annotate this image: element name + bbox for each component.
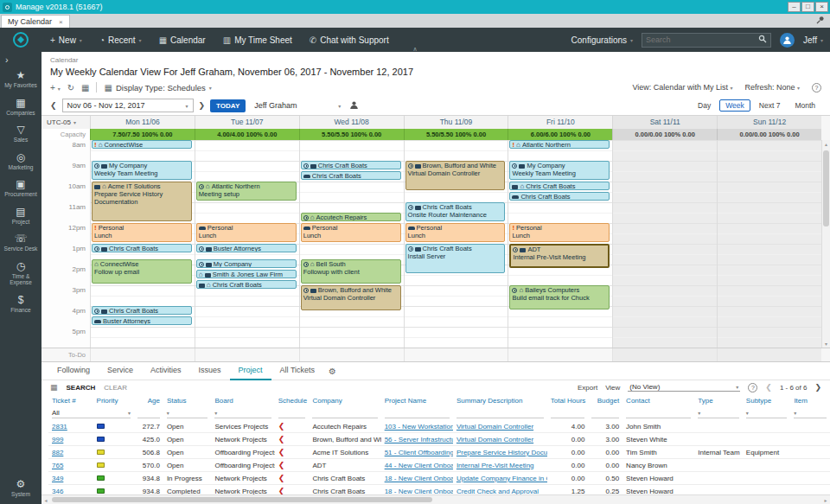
tab-issues[interactable]: Issues <box>190 362 230 380</box>
col-header-subtype[interactable]: Subtype <box>743 397 791 405</box>
person-select[interactable]: Jeff Graham ▾ <box>251 101 344 110</box>
schedule-icon[interactable]: ❮ <box>278 422 285 431</box>
day-header-tue-11-07[interactable]: Tue 11/07 <box>195 116 299 129</box>
sidebar-item-sales[interactable]: ▽Sales <box>0 120 42 148</box>
timezone-select[interactable]: UTC-05 ▾ <box>42 116 90 129</box>
minimize-button[interactable]: – <box>788 2 801 12</box>
schedule-icon[interactable]: ❮ <box>278 461 285 469</box>
summary-link[interactable]: Internal Pre-Visit Meeting <box>456 462 534 469</box>
calendar-event[interactable]: !PersonalLunch <box>509 223 610 242</box>
col-header-priority[interactable]: Priority <box>93 397 135 405</box>
configurations-menu[interactable]: Configurations ▾ <box>571 35 634 45</box>
day-header-fri-11-10[interactable]: Fri 11/10 <box>508 116 612 129</box>
filter-input-schedule[interactable] <box>278 408 306 418</box>
scroll-down-icon[interactable]: ▾ <box>822 341 830 347</box>
filter-input-contact[interactable] <box>626 408 691 418</box>
ticket-link[interactable]: 999 <box>52 436 63 443</box>
search-button[interactable]: SEARCH <box>67 384 96 392</box>
calendar-event[interactable]: Chris Craft Boats <box>301 171 401 180</box>
filter-age[interactable] <box>134 408 163 418</box>
table-row[interactable]: 349934.8In ProgressNetwork Projects❮Chri… <box>48 472 830 485</box>
tab-all-tickets[interactable]: All Tickets <box>271 362 324 380</box>
table-row[interactable]: 882506.8OpenOffboarding Projects❮Acme IT… <box>48 446 830 459</box>
schedule-icon[interactable]: ❮ <box>278 435 285 443</box>
col-header-schedule[interactable]: Schedule <box>275 397 310 405</box>
help-icon[interactable]: ? <box>748 383 757 392</box>
calendar-event[interactable]: ⌂Chris Craft Boats <box>509 182 610 190</box>
col-header-type[interactable]: Type <box>694 397 743 405</box>
calendar-event[interactable]: ⌂Smith & Jones Law Firm <box>196 270 297 278</box>
filter-input-company[interactable] <box>312 408 377 418</box>
day-header-mon-11-06[interactable]: Mon 11/06 <box>90 116 195 129</box>
calendar-event[interactable]: PersonalLunch <box>196 223 297 242</box>
day-column-thu-11-09[interactable]: Brown, Bufford and WhiteVirtual Domain C… <box>404 140 508 348</box>
schedule-icon[interactable]: ❮ <box>278 448 285 456</box>
filter-budget[interactable] <box>588 408 622 418</box>
sidebar-item-system[interactable]: ⚙System <box>0 475 42 502</box>
tab-following[interactable]: Following <box>48 362 99 380</box>
pin-icon[interactable] <box>816 16 825 26</box>
calendar-event[interactable]: My Company <box>196 259 297 268</box>
view-week[interactable]: Week <box>719 99 750 112</box>
calendar-event[interactable]: Chris Craft Boats <box>92 306 192 315</box>
view-next-7[interactable]: Next 7 <box>753 99 787 112</box>
ticket-link[interactable]: 349 <box>52 475 63 482</box>
calendar-event[interactable]: PersonalLunch <box>301 223 401 242</box>
filter-contact[interactable] <box>622 408 694 418</box>
clear-button[interactable]: CLEAR <box>104 384 127 392</box>
calendar-event[interactable]: Chris Craft Boats <box>509 192 610 201</box>
table-row[interactable]: 346934.8CompletedNetwork Projects❮Chris … <box>48 485 830 494</box>
calendar-event[interactable]: !⌂Atlantic Northern <box>509 140 610 149</box>
scroll-right-icon[interactable]: ▸ <box>821 497 830 503</box>
summary-link[interactable]: Update Company Finance in ConnectWise <box>456 475 547 482</box>
sidebar-item-finance[interactable]: $Finance <box>0 290 42 318</box>
day-column-fri-11-10[interactable]: !⌂Atlantic NorthernMy CompanyWeekly Team… <box>508 140 612 348</box>
col-header-board[interactable]: Board <box>211 397 274 405</box>
col-header-summary[interactable]: Summary Description <box>453 397 547 405</box>
add-button[interactable]: + ▾ <box>50 83 61 93</box>
date-range-select[interactable]: Nov 06 - Nov 12, 2017 ▾ <box>62 99 194 112</box>
calendar-event[interactable]: !⌂ConnectWise <box>92 140 192 149</box>
nav-chat-with-support[interactable]: ✆Chat with Support <box>301 28 398 52</box>
calendar-event[interactable]: ⌂Baileys ComputersBuild email track for … <box>509 285 610 309</box>
filter-summary[interactable] <box>453 408 547 418</box>
calendar-event[interactable]: Buster Attorneys <box>92 316 192 325</box>
help-icon[interactable]: ? <box>812 83 821 93</box>
sidebar-expand-icon[interactable]: › <box>0 52 42 66</box>
next-page-icon[interactable]: ❯ <box>814 383 821 392</box>
calendar-event[interactable]: ⌂Acme IT SolutionsPrepare Service Histor… <box>92 182 192 221</box>
filter-schedule[interactable] <box>275 408 310 418</box>
col-header-status[interactable]: Status <box>163 397 212 405</box>
col-header-company[interactable]: Company <box>309 397 380 405</box>
filter-input-board[interactable]: ▾ <box>214 408 271 418</box>
prev-page-icon[interactable]: ❮ <box>765 383 772 392</box>
calendar-event[interactable]: ⌂Atlantic NorthernMeeting setup <box>196 182 297 201</box>
calendar-event[interactable]: Brown, Bufford and WhiteVirtual Domain C… <box>405 161 506 190</box>
filter-input-subtype[interactable]: ▾ <box>746 408 788 418</box>
summary-link[interactable]: Credit Check and Approval <box>456 488 539 495</box>
search-input[interactable] <box>646 35 758 44</box>
refresh-icon[interactable]: ↻ <box>67 83 74 93</box>
filter-company[interactable] <box>309 408 380 418</box>
project-link[interactable]: 51 - Client Offboarding 2 <box>385 449 453 456</box>
calendar-event[interactable]: Chris Craft Boats <box>92 244 192 252</box>
calendar-event[interactable]: ⌂ConnectWiseFollow up email <box>92 259 192 284</box>
col-header-contact[interactable]: Contact <box>622 397 694 405</box>
project-link[interactable]: 56 - Server Infrastructure ... <box>385 436 453 443</box>
tab-activities[interactable]: Activities <box>142 362 190 380</box>
tab-project[interactable]: Project <box>230 362 271 380</box>
filter-input-budget[interactable] <box>591 408 619 418</box>
filter-input-summary[interactable] <box>456 408 544 418</box>
sidebar-item-time-expense[interactable]: ◷Time & Expense <box>0 257 42 290</box>
table-row[interactable]: 2831272.7OpenServices Projects❮Accutech … <box>48 420 830 433</box>
project-link[interactable]: 18 - New Client Onboardin... <box>385 488 453 495</box>
nav-calendar[interactable]: ▦Calendar <box>150 28 214 52</box>
grid-view-icon[interactable]: ▦ <box>81 83 89 93</box>
filter-hours[interactable] <box>547 408 589 418</box>
calendar-event[interactable]: My CompanyWeekly Team Meeting <box>509 161 610 180</box>
calendar-scrollbar[interactable]: ▴ ▾ <box>821 140 830 348</box>
col-header-project[interactable]: Project Name <box>381 397 453 405</box>
nav-my-time-sheet[interactable]: ▥My Time Sheet <box>214 28 301 52</box>
next-week-icon[interactable]: ❯ <box>199 101 206 110</box>
view-month[interactable]: Month <box>788 99 821 112</box>
